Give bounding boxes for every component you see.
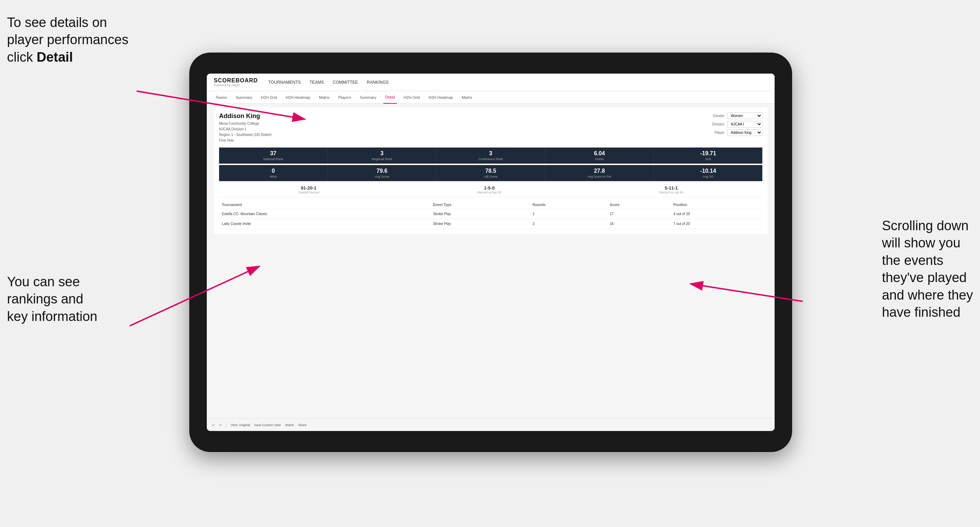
ann-r-line3: the events xyxy=(882,253,943,268)
view-original-label: View: Original xyxy=(231,423,250,427)
gender-select[interactable]: Women xyxy=(727,113,762,119)
ann-bl-line1: You can see xyxy=(7,275,80,289)
share-label: Share xyxy=(298,423,306,427)
regional-rank-label: Regional Rank xyxy=(329,157,434,161)
stats-row-1: 37 National Rank 3 Regional Rank 3 Confe… xyxy=(219,148,762,163)
regional-rank-value: 3 xyxy=(329,150,434,157)
wins-label: Wins xyxy=(221,175,326,178)
sos-label: SoS xyxy=(656,157,760,161)
share-btn[interactable]: Share xyxy=(298,423,306,427)
player-filters: Gender Women Division NJCAA I xyxy=(707,113,762,136)
player-info: Addison King Mesa Community College NJCA… xyxy=(219,113,272,143)
save-custom-view-btn[interactable]: Save Custom View xyxy=(254,423,281,427)
division-label: Division xyxy=(707,122,724,126)
subnav-players[interactable]: Players xyxy=(336,91,353,104)
stat-regional-rank: 3 Regional Rank xyxy=(328,148,436,163)
player-region: Region 1 - Southwest (18) District xyxy=(219,132,272,138)
subnav-detail[interactable]: Detail xyxy=(383,91,397,104)
top25-record-label: Record vs top 25 xyxy=(477,190,501,194)
table-row: Lady Coyote Invite Stroke Play 2 16 7 ou… xyxy=(219,219,762,229)
subnav-h2h-heatmap2[interactable]: H2H Heatmap xyxy=(427,91,455,104)
player-label: Player xyxy=(707,131,724,135)
record-top25: 1-5-0 Record vs top 25 xyxy=(477,185,501,194)
sos-value: -19.71 xyxy=(656,150,760,157)
conference-rank-value: 3 xyxy=(438,150,543,157)
col-tournament: Tournament xyxy=(219,201,430,209)
avg-sg-label: Avg SG xyxy=(656,175,760,178)
table-row: Estella CC- Mountain Classic Stroke Play… xyxy=(219,209,762,219)
overall-record-value: 91-20-1 xyxy=(298,185,319,190)
avg-score-par-value: 27.8 xyxy=(547,168,652,174)
logo-title: SCOREBOARD xyxy=(214,78,258,83)
sub-nav: Teams Summary H2H Grid H2H Heatmap Matri… xyxy=(207,91,775,104)
stat-conference-rank: 3 Conference Rank xyxy=(436,148,545,163)
top50-record-value: 5-11-1 xyxy=(659,185,683,190)
player-select[interactable]: Addison King xyxy=(727,129,762,136)
records-row: 91-20-1 Overall Record 1-5-0 Record vs t… xyxy=(219,183,762,197)
subnav-h2h-grid[interactable]: H2H Grid xyxy=(259,91,278,104)
nav-committee[interactable]: COMMITTEE xyxy=(332,80,358,85)
stat-sos: -19.71 SoS xyxy=(654,148,762,163)
top-nav: SCOREBOARD Powered by clippd TOURNAMENTS… xyxy=(207,74,775,91)
points-label: Points xyxy=(547,157,652,161)
subnav-summary2[interactable]: Summary xyxy=(358,91,378,104)
subnav-summary[interactable]: Summary xyxy=(234,91,254,104)
scoreboard-logo: SCOREBOARD Powered by clippd xyxy=(214,78,258,87)
player-year: First Year xyxy=(219,138,272,143)
avg-score-par-label: Avg Score to Par xyxy=(547,175,652,178)
subnav-teams[interactable]: Teams xyxy=(214,91,229,104)
watch-btn[interactable]: Watch xyxy=(285,423,294,427)
tablet-screen: SCOREBOARD Powered by clippd TOURNAMENTS… xyxy=(207,74,775,431)
overall-record-label: Overall Record xyxy=(298,190,319,194)
ann-bl-line2: rankings and xyxy=(7,292,83,306)
undo-btn[interactable]: ↩ xyxy=(212,423,215,427)
player-name: Addison King xyxy=(219,113,272,120)
stat-national-rank: 37 National Rank xyxy=(219,148,328,163)
ann-r-line5: and where they xyxy=(882,288,973,302)
ann-tl-line1: To see details on xyxy=(7,15,107,30)
nav-rankings[interactable]: RANKINGS xyxy=(367,80,389,85)
row1-rounds: 2 xyxy=(530,209,607,219)
gender-label: Gender xyxy=(707,114,724,118)
ann-tl-line3-prefix: click xyxy=(7,50,37,65)
player-college: Mesa Community College xyxy=(219,121,272,127)
national-rank-value: 37 xyxy=(221,150,326,157)
subnav-matrix[interactable]: Matrix xyxy=(317,91,331,104)
col-rounds: Rounds xyxy=(530,201,607,209)
redo-btn[interactable]: ↪ xyxy=(219,423,222,427)
subnav-matrix2[interactable]: Matrix xyxy=(460,91,474,104)
avg-score-value: 79.6 xyxy=(329,168,434,174)
gender-filter-row: Gender Women xyxy=(707,113,762,119)
record-top50: 5-11-1 Record vs top 50 xyxy=(659,185,683,194)
stat-points: 6.04 Points xyxy=(546,148,654,163)
subnav-h2h-grid2[interactable]: H2H Grid xyxy=(402,91,422,104)
nav-teams[interactable]: TEAMS xyxy=(310,80,324,85)
player-header: Addison King Mesa Community College NJCA… xyxy=(219,113,762,143)
adj-score-value: 78.5 xyxy=(438,168,543,174)
row2-tournament: Lady Coyote Invite xyxy=(219,219,430,229)
adj-score-label: Adj Score xyxy=(438,175,543,178)
row2-score: 16 xyxy=(607,219,670,229)
avg-sg-value: -10.14 xyxy=(656,168,760,174)
ann-r-line2: will show you xyxy=(882,235,960,250)
wins-value: 0 xyxy=(221,168,326,174)
annotation-bottom-left: You can see rankings and key information xyxy=(7,273,97,325)
row1-tournament: Estella CC- Mountain Classic xyxy=(219,209,430,219)
conference-rank-label: Conference Rank xyxy=(438,157,543,161)
ann-tl-line2: player performances xyxy=(7,32,128,47)
col-position: Position xyxy=(670,201,762,209)
row1-event-type: Stroke Play xyxy=(430,209,530,219)
row2-event-type: Stroke Play xyxy=(430,219,530,229)
ann-r-line1: Scrolling down xyxy=(882,218,969,233)
division-select[interactable]: NJCAA I xyxy=(727,121,762,127)
player-division: NJCAA Division 1 xyxy=(219,127,272,132)
subnav-h2h-heatmap[interactable]: H2H Heatmap xyxy=(284,91,312,104)
view-original-btn[interactable]: View: Original xyxy=(231,423,250,427)
main-nav: TOURNAMENTS TEAMS COMMITTEE RANKINGS xyxy=(269,80,389,85)
annotation-top-left: To see details on player performances cl… xyxy=(7,14,128,66)
main-content: Addison King Mesa Community College NJCA… xyxy=(207,104,775,418)
top50-record-label: Record vs top 50 xyxy=(659,190,683,194)
logo-subtitle: Powered by clippd xyxy=(214,83,258,87)
nav-tournaments[interactable]: TOURNAMENTS xyxy=(269,80,301,85)
row1-score: 17 xyxy=(607,209,670,219)
